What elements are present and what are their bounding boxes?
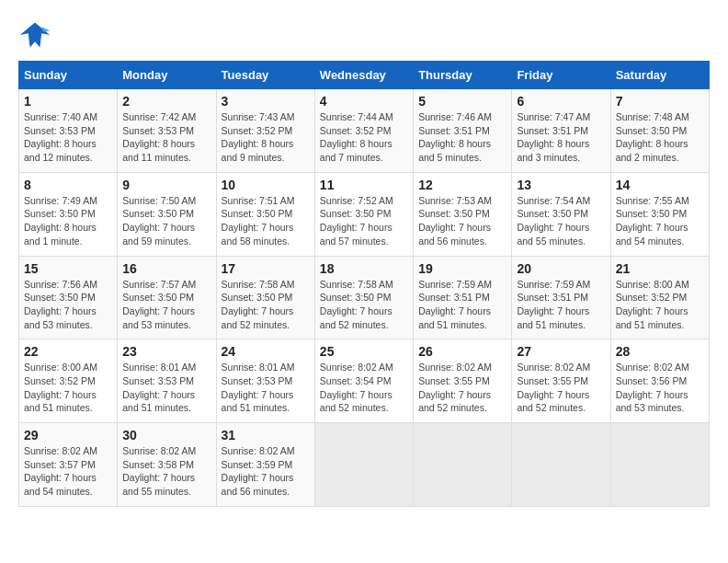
sunrise-label: Sunrise: [122, 362, 160, 373]
sunrise-label: Sunrise: [222, 279, 259, 290]
week-row-1: 1 Sunrise: 7:40 AM Sunset: 3:53 PM Dayli… [19, 89, 710, 173]
day-info: Sunrise: 8:02 AM Sunset: 3:54 PM Dayligh… [320, 361, 408, 415]
sunrise-label: Sunrise: [122, 445, 160, 456]
sunrise-label: Sunrise: [122, 195, 160, 206]
sunset-time: 3:50 PM [256, 292, 292, 303]
day-info: Sunrise: 7:52 AM Sunset: 3:50 PM Dayligh… [320, 194, 408, 248]
sunrise-time: 8:02 AM [62, 445, 97, 456]
day-cell: 22 Sunrise: 8:00 AM Sunset: 3:52 PM Dayl… [19, 339, 118, 423]
sunrise-label: Sunrise: [24, 195, 62, 206]
sunrise-time: 8:00 AM [654, 279, 689, 290]
day-cell [610, 423, 709, 507]
day-cell: 12 Sunrise: 7:53 AM Sunset: 3:50 PM Dayl… [414, 172, 512, 256]
day-cell: 17 Sunrise: 7:58 AM Sunset: 3:50 PM Dayl… [216, 256, 314, 339]
sunset-label: Sunset: [320, 125, 356, 136]
sunrise-time: 8:02 AM [654, 362, 689, 373]
day-cell: 24 Sunrise: 8:01 AM Sunset: 3:53 PM Dayl… [216, 339, 314, 423]
day-info: Sunrise: 8:01 AM Sunset: 3:53 PM Dayligh… [222, 361, 310, 415]
day-number: 15 [24, 261, 112, 276]
day-header-tuesday: Tuesday [216, 62, 314, 89]
sunset-time: 3:52 PM [651, 292, 687, 303]
day-number: 4 [320, 94, 408, 109]
day-info: Sunrise: 8:02 AM Sunset: 3:55 PM Dayligh… [418, 361, 506, 415]
sunset-label: Sunset: [122, 208, 158, 219]
week-row-3: 15 Sunrise: 7:56 AM Sunset: 3:50 PM Dayl… [19, 256, 710, 339]
day-number: 20 [517, 261, 605, 276]
sunset-time: 3:55 PM [454, 375, 490, 386]
day-cell: 3 Sunrise: 7:43 AM Sunset: 3:52 PM Dayli… [216, 89, 314, 173]
day-cell: 4 Sunrise: 7:44 AM Sunset: 3:52 PM Dayli… [314, 89, 413, 173]
daylight-label: Daylight: 7 hours and 54 minutes. [24, 472, 97, 497]
sunset-label: Sunset: [320, 375, 356, 386]
svg-marker-0 [20, 23, 50, 48]
sunset-time: 3:50 PM [60, 208, 96, 219]
sunrise-time: 8:01 AM [259, 362, 295, 373]
day-header-friday: Friday [512, 62, 610, 89]
day-cell: 28 Sunrise: 8:02 AM Sunset: 3:56 PM Dayl… [610, 339, 709, 423]
day-cell [414, 423, 512, 507]
day-info: Sunrise: 8:02 AM Sunset: 3:57 PM Dayligh… [24, 444, 112, 499]
sunrise-time: 8:01 AM [161, 362, 197, 373]
daylight-label: Daylight: 7 hours and 52 minutes. [222, 305, 294, 330]
day-number: 12 [418, 178, 506, 192]
day-cell: 9 Sunrise: 7:50 AM Sunset: 3:50 PM Dayli… [118, 172, 216, 256]
day-info: Sunrise: 7:58 AM Sunset: 3:50 PM Dayligh… [320, 278, 408, 332]
day-info: Sunrise: 7:53 AM Sunset: 3:50 PM Dayligh… [418, 194, 506, 248]
sunrise-time: 7:49 AM [62, 195, 97, 206]
sunrise-time: 7:43 AM [259, 111, 295, 122]
sunrise-label: Sunrise: [320, 111, 358, 122]
sunrise-time: 8:02 AM [259, 445, 295, 456]
daylight-label: Daylight: 7 hours and 51 minutes. [517, 305, 589, 330]
sunset-time: 3:50 PM [454, 208, 490, 219]
sunset-time: 3:50 PM [651, 208, 687, 219]
day-info: Sunrise: 8:00 AM Sunset: 3:52 PM Dayligh… [24, 361, 112, 415]
day-number: 10 [222, 178, 310, 192]
sunset-time: 3:52 PM [60, 375, 96, 386]
sunset-time: 3:58 PM [158, 459, 194, 470]
day-cell: 2 Sunrise: 7:42 AM Sunset: 3:53 PM Dayli… [118, 89, 216, 173]
day-number: 21 [616, 261, 704, 276]
sunrise-time: 7:51 AM [259, 195, 295, 206]
daylight-label: Daylight: 8 hours and 11 minutes. [122, 138, 195, 163]
sunrise-label: Sunrise: [24, 279, 62, 290]
day-info: Sunrise: 8:02 AM Sunset: 3:58 PM Dayligh… [122, 444, 210, 499]
sunrise-time: 7:58 AM [358, 279, 393, 290]
sunrise-label: Sunrise: [517, 362, 554, 373]
sunrise-label: Sunrise: [122, 111, 160, 122]
sunrise-label: Sunrise: [616, 111, 654, 122]
sunset-time: 3:50 PM [552, 208, 588, 219]
day-cell: 18 Sunrise: 7:58 AM Sunset: 3:50 PM Dayl… [314, 256, 413, 339]
daylight-label: Daylight: 8 hours and 12 minutes. [24, 138, 97, 163]
day-number: 14 [616, 178, 704, 192]
daylight-label: Daylight: 7 hours and 56 minutes. [222, 472, 294, 497]
day-info: Sunrise: 8:01 AM Sunset: 3:53 PM Dayligh… [122, 361, 210, 415]
sunset-time: 3:53 PM [158, 375, 194, 386]
day-info: Sunrise: 8:02 AM Sunset: 3:59 PM Dayligh… [222, 444, 310, 499]
daylight-label: Daylight: 7 hours and 53 minutes. [122, 305, 195, 330]
day-info: Sunrise: 7:51 AM Sunset: 3:50 PM Dayligh… [222, 194, 310, 248]
sunrise-time: 7:55 AM [654, 195, 689, 206]
page-header [18, 18, 710, 52]
day-cell: 26 Sunrise: 8:02 AM Sunset: 3:55 PM Dayl… [414, 339, 512, 423]
day-cell: 23 Sunrise: 8:01 AM Sunset: 3:53 PM Dayl… [118, 339, 216, 423]
sunset-label: Sunset: [222, 375, 257, 386]
sunset-label: Sunset: [418, 208, 454, 219]
sunrise-time: 7:54 AM [555, 195, 591, 206]
day-cell: 25 Sunrise: 8:02 AM Sunset: 3:54 PM Dayl… [314, 339, 413, 423]
sunrise-label: Sunrise: [320, 362, 358, 373]
daylight-label: Daylight: 8 hours and 7 minutes. [320, 138, 392, 163]
daylight-label: Daylight: 7 hours and 52 minutes. [320, 389, 392, 414]
day-cell: 14 Sunrise: 7:55 AM Sunset: 3:50 PM Dayl… [610, 172, 709, 256]
day-number: 23 [122, 344, 210, 359]
sunset-time: 3:50 PM [158, 208, 194, 219]
day-number: 6 [517, 94, 605, 109]
daylight-label: Daylight: 7 hours and 51 minutes. [24, 389, 97, 414]
day-cell: 20 Sunrise: 7:59 AM Sunset: 3:51 PM Dayl… [512, 256, 610, 339]
sunrise-time: 7:52 AM [358, 195, 393, 206]
sunset-time: 3:53 PM [60, 125, 96, 136]
daylight-label: Daylight: 7 hours and 57 minutes. [320, 222, 392, 247]
daylight-label: Daylight: 7 hours and 54 minutes. [616, 222, 688, 247]
sunrise-time: 7:44 AM [358, 111, 393, 122]
sunrise-time: 8:02 AM [161, 445, 197, 456]
day-header-wednesday: Wednesday [314, 62, 413, 89]
